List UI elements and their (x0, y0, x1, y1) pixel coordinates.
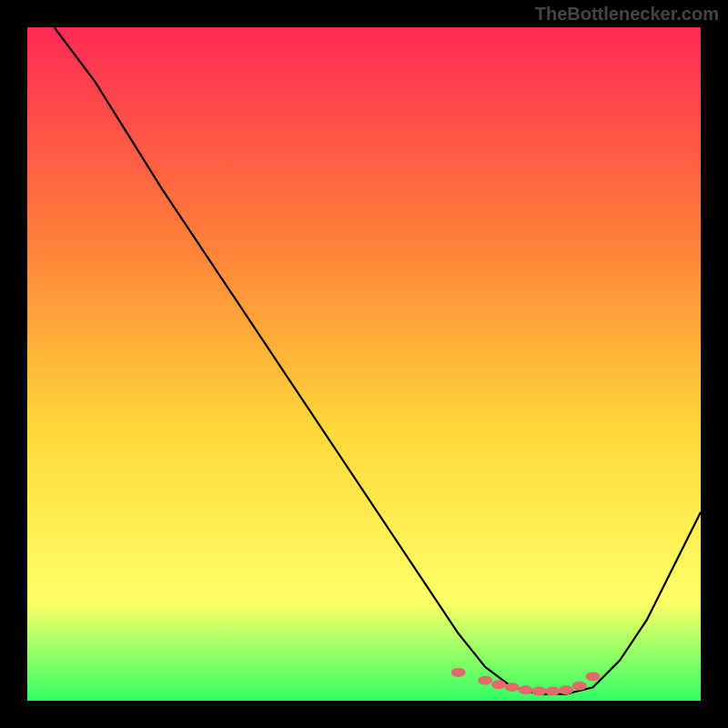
chart-canvas (27, 27, 701, 701)
chart-background (27, 27, 701, 701)
highlight-dot (519, 685, 533, 694)
highlight-dot (451, 668, 466, 677)
watermark-text: TheBottlenecker.com (535, 4, 719, 25)
highlight-dot (572, 682, 587, 691)
highlight-dot (545, 687, 560, 696)
highlight-dot (559, 685, 573, 694)
highlight-dot (531, 687, 546, 696)
highlight-dot (491, 680, 506, 689)
highlight-dot (505, 682, 520, 692)
highlight-dot (586, 672, 601, 681)
highlight-dot (478, 676, 492, 685)
chart-plot-area (27, 27, 701, 701)
